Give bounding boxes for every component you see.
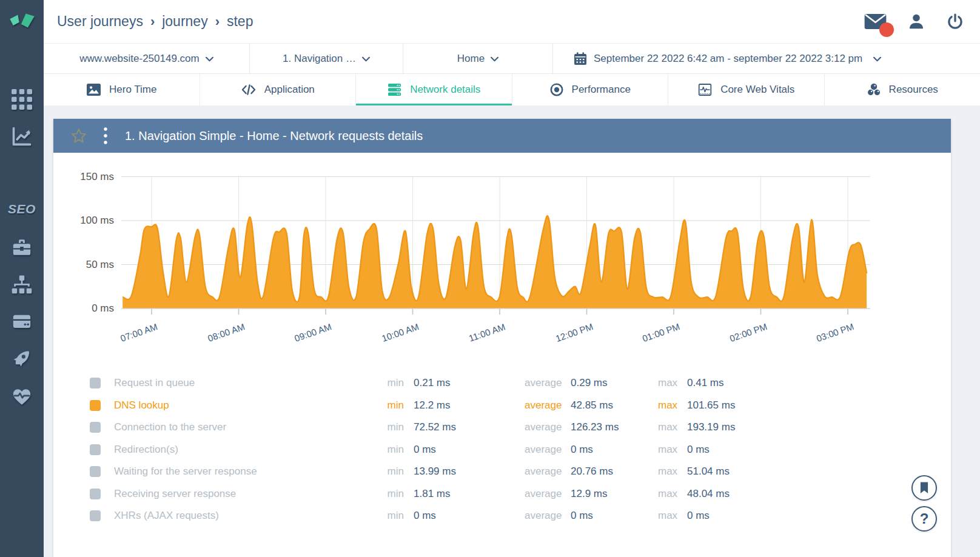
kebab-menu-icon[interactable] (103, 127, 108, 145)
series-toggle-swatch[interactable] (90, 510, 101, 521)
website-dropdown[interactable]: www.website-250149.com (44, 44, 250, 73)
calendar-icon (573, 52, 588, 66)
heart-pulse-icon[interactable] (12, 387, 32, 410)
max-key: max (658, 488, 677, 500)
min-key: min (344, 399, 404, 412)
series-label[interactable]: Receiving server response (114, 488, 344, 500)
top-header: User journeys › journey › step (44, 0, 980, 44)
y-tick-label: 150 ms (59, 171, 114, 183)
legend-row: Waiting for the server responsemin13.99 … (53, 461, 951, 483)
series-label[interactable]: Redirection(s) (114, 444, 344, 456)
chevron-down-icon (873, 53, 881, 65)
tab-performance[interactable]: Performance (512, 74, 669, 105)
min-value: 72.52 ms (414, 421, 525, 433)
legend-row: Connection to the servermin72.52 msavera… (53, 416, 951, 439)
max-value: 51.04 ms (687, 465, 951, 478)
legend-row: Request in queuemin0.21 msaverage0.29 ms… (53, 372, 951, 395)
average-key: average (525, 465, 561, 478)
legend-row: Receiving server responsemin1.81 msavera… (53, 483, 951, 505)
series-label[interactable]: XHRs (AJAX requests) (114, 510, 344, 522)
average-value: 20.76 ms (571, 465, 658, 478)
min-value: 0 ms (414, 444, 525, 456)
rocket-icon[interactable] (12, 348, 32, 371)
series-label[interactable]: DNS lookup (114, 399, 344, 412)
network-timing-chart: 150 ms100 ms50 ms0 ms 07:00 AM08:00 AM09… (53, 153, 951, 371)
max-value: 193.19 ms (687, 421, 951, 433)
average-key: average (525, 421, 561, 433)
min-key: min (344, 465, 404, 478)
briefcase-icon[interactable] (12, 237, 32, 260)
tab-core-web-vitals[interactable]: Core Web Vitals (668, 74, 825, 105)
series-toggle-swatch[interactable] (90, 444, 101, 455)
min-key: min (344, 488, 404, 500)
breadcrumb-journey[interactable]: journey (162, 13, 207, 30)
legend-row: XHRs (AJAX requests)min0 msaverage0 msma… (53, 505, 951, 527)
server-icon[interactable] (12, 312, 32, 335)
question-icon: ? (920, 510, 929, 527)
favorite-star-icon[interactable] (70, 127, 87, 144)
breadcrumb-step[interactable]: step (227, 13, 253, 30)
max-key: max (658, 465, 677, 478)
step-dropdown[interactable]: Home (403, 44, 553, 73)
breadcrumb-user-journeys[interactable]: User journeys (57, 13, 143, 30)
chevron-down-icon (491, 53, 498, 65)
max-key: max (658, 444, 677, 456)
tab-hero-time[interactable]: Hero Time (44, 74, 200, 105)
sidebar: SEO (0, 0, 44, 557)
chevron-down-icon (362, 53, 370, 65)
tab-label: Application (264, 84, 315, 96)
average-key: average (525, 444, 561, 456)
website-dropdown-value: www.website-250149.com (79, 53, 199, 65)
app-logo[interactable] (8, 13, 36, 32)
step-group-dropdown-value: 1. Navigation … (283, 53, 356, 65)
notification-badge (879, 22, 894, 37)
average-value: 0 ms (571, 510, 658, 522)
legend-row: DNS lookupmin12.2 msaverage42.85 msmax10… (53, 395, 951, 417)
max-key: max (658, 421, 677, 433)
max-key: max (658, 399, 677, 412)
series-label[interactable]: Request in queue (114, 377, 344, 389)
average-key: average (525, 377, 561, 389)
account-icon[interactable] (907, 13, 925, 31)
sitemap-icon[interactable] (12, 275, 32, 298)
chart-legend: Request in queuemin0.21 msaverage0.29 ms… (53, 372, 951, 527)
max-value: 101.65 ms (687, 399, 951, 412)
date-range-picker[interactable]: September 22 2022 6:42 am - september 22… (553, 44, 980, 73)
series-toggle-swatch[interactable] (90, 489, 101, 499)
grid-icon[interactable] (12, 89, 32, 112)
bookmark-button[interactable] (911, 475, 937, 501)
panel-header: 1. Navigation Simple - Home - Network re… (53, 119, 951, 153)
tab-bar: Hero TimeApplicationNetwork detailsPerfo… (44, 74, 980, 105)
legend-row: Redirection(s)min0 msaverage0 msmax0 ms (53, 439, 951, 461)
max-key: max (658, 377, 677, 389)
y-tick-label: 50 ms (59, 259, 114, 271)
tab-network-details[interactable]: Network details (356, 74, 512, 105)
series-toggle-swatch[interactable] (90, 400, 101, 411)
series-label[interactable]: Waiting for the server response (114, 465, 344, 478)
tab-application[interactable]: Application (200, 74, 357, 105)
min-value: 13.99 ms (414, 465, 525, 478)
image-icon (86, 83, 101, 96)
average-key: average (525, 488, 561, 500)
tab-label: Core Web Vitals (720, 84, 794, 96)
min-value: 0.21 ms (414, 377, 525, 389)
tab-label: Performance (572, 84, 631, 96)
power-icon[interactable] (946, 13, 964, 31)
messages-icon[interactable] (864, 13, 887, 30)
series-toggle-swatch[interactable] (90, 378, 101, 389)
series-toggle-swatch[interactable] (90, 466, 101, 477)
series-toggle-swatch[interactable] (90, 422, 101, 433)
min-key: min (344, 421, 404, 433)
network-details-card: 1. Navigation Simple - Home - Network re… (53, 119, 951, 557)
step-group-dropdown[interactable]: 1. Navigation … (250, 44, 403, 73)
min-value: 12.2 ms (414, 399, 525, 412)
tab-resources[interactable]: Resources (825, 74, 980, 105)
sidebar-item-seo[interactable]: SEO (8, 202, 36, 216)
series-label[interactable]: Connection to the server (114, 421, 344, 433)
min-value: 1.81 ms (414, 488, 525, 500)
max-key: max (658, 510, 677, 522)
max-value: 0 ms (687, 444, 951, 456)
chart-line-icon[interactable] (12, 126, 32, 149)
chevron-down-icon (206, 53, 213, 65)
help-button[interactable]: ? (911, 506, 937, 532)
